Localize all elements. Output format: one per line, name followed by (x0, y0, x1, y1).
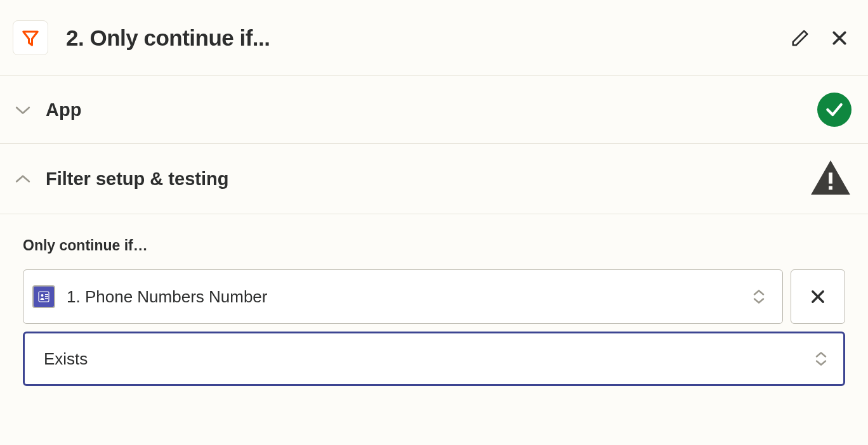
close-icon (830, 29, 849, 48)
filter-condition-value: Exists (44, 349, 803, 369)
svg-point-6 (41, 294, 44, 297)
updown-icon (814, 351, 828, 367)
delete-rule-button[interactable] (791, 269, 845, 324)
filter-icon (21, 29, 40, 48)
filter-field-select[interactable]: 1. Phone Numbers Number (23, 269, 783, 324)
pencil-icon (791, 29, 810, 48)
header-actions (791, 29, 849, 48)
filter-app-icon-box (13, 20, 48, 55)
filter-body: Only continue if… 1. Phone Numbers Numbe… (0, 214, 868, 400)
filter-field-label: Only continue if… (23, 237, 845, 254)
warning-icon (811, 160, 850, 195)
status-success-badge (817, 93, 852, 127)
contacts-app-icon (32, 285, 55, 308)
section-app[interactable]: App (0, 75, 868, 143)
updown-icon (752, 288, 766, 305)
svg-rect-4 (829, 186, 832, 190)
filter-condition-select[interactable]: Exists (23, 332, 845, 386)
section-app-label: App (46, 100, 803, 120)
filter-condition-row: Exists (23, 332, 845, 386)
step-title: 2. Only continue if... (66, 25, 773, 51)
close-icon (809, 288, 827, 306)
svg-rect-8 (45, 296, 48, 297)
filter-field-row: 1. Phone Numbers Number (23, 269, 845, 324)
rename-button[interactable] (791, 29, 810, 48)
svg-rect-9 (45, 298, 48, 299)
section-filter-setup[interactable]: Filter setup & testing (0, 143, 868, 214)
chevron-down-icon (14, 105, 32, 115)
status-warning-badge (811, 160, 850, 197)
svg-rect-3 (829, 172, 832, 183)
check-icon (824, 100, 845, 120)
chevron-up-icon (14, 174, 32, 184)
section-filter-label: Filter setup & testing (46, 169, 797, 190)
filter-field-value: 1. Phone Numbers Number (67, 287, 740, 307)
panel-header: 2. Only continue if... (0, 0, 868, 75)
close-button[interactable] (830, 29, 849, 48)
svg-rect-7 (45, 294, 48, 295)
